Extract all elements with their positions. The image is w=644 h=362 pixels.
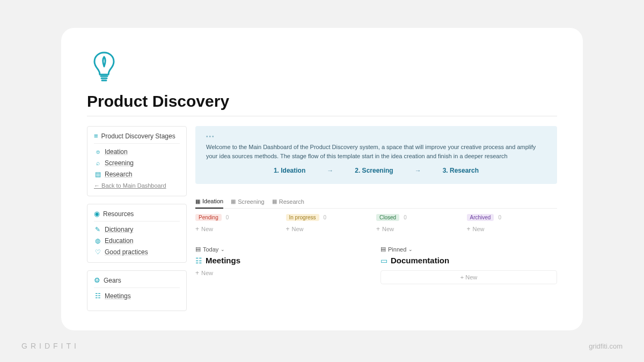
resources-icon: ◉ (94, 210, 100, 218)
new-card-button[interactable]: +New (195, 225, 286, 233)
meetings-panel: ▤ Today ⌄ ☷ Meetings +New (195, 246, 372, 284)
tab-label: Screening (238, 198, 265, 205)
search-icon: ⌕ (94, 159, 101, 167)
documentation-title[interactable]: ▭ Documentation (380, 256, 557, 265)
plus-icon: + (195, 225, 199, 233)
calendar-icon: ▤ (195, 246, 201, 253)
sidebar-item-meetings[interactable]: ☷ Meetings (94, 292, 180, 300)
count: 0 (324, 215, 327, 220)
welcome-callout: ••• Welcome to the Main Dashboard of the… (195, 126, 557, 184)
globe-icon: ◍ (94, 237, 101, 245)
doc-icon: ▭ (380, 256, 387, 265)
new-card-button[interactable]: +New (467, 225, 558, 233)
plus-icon: + (286, 225, 290, 233)
page-title: Product Discovery (87, 92, 557, 116)
stage-flow: 1. Ideation → 2. Screening → 3. Research (206, 166, 546, 175)
sidebar-item-ideation[interactable]: ⌾ Ideation (94, 148, 180, 156)
status-tag-in-progress[interactable]: In progress (286, 214, 319, 221)
board-icon: ▦ (231, 198, 236, 204)
chevron-down-icon: ⌄ (221, 247, 225, 252)
footer-brand: GRIDFITI (21, 342, 79, 350)
footer-url: gridfiti.com (589, 342, 623, 350)
heart-icon: ♡ (94, 248, 101, 256)
sidebar-item-label: Research (105, 171, 132, 178)
count: 0 (404, 215, 407, 220)
kanban-board: Pending 0 +New In progress 0 +New Closed (195, 214, 557, 233)
new-meeting-button[interactable]: +New (195, 269, 372, 277)
board-tabs: ▦ Ideation ▦ Screening ▦ Research (195, 196, 557, 209)
callout-text: Welcome to the Main Dashboard of the Pro… (206, 143, 546, 160)
sidebar-stages-title: Product Discovery Stages (101, 132, 175, 140)
plus-icon: + (467, 225, 471, 233)
sidebar-item-label: Dictionary (105, 226, 133, 233)
chat-icon: ✎ (94, 226, 101, 233)
chevron-down-icon: ⌄ (408, 247, 413, 252)
plus-icon: + (376, 225, 380, 233)
arrow-icon: → (327, 166, 333, 175)
sidebar-item-dictionary[interactable]: ✎ Dictionary (94, 226, 180, 233)
plus-icon: + (195, 269, 199, 277)
sidebar-gears-header: ⚙ Gears (94, 276, 180, 288)
count: 0 (498, 215, 501, 220)
callout-menu-icon[interactable]: ••• (206, 132, 546, 141)
sidebar-resources-title: Resources (103, 210, 134, 218)
tab-research[interactable]: ▦ Research (272, 196, 304, 208)
status-tag-closed[interactable]: Closed (376, 214, 399, 221)
app-window: Product Discovery ≡ Product Discovery St… (61, 28, 583, 330)
tab-label: Research (279, 198, 304, 205)
sidebar-item-label: Screening (105, 159, 134, 167)
sidebar-item-screening[interactable]: ⌕ Screening (94, 159, 180, 167)
board-icon: ▦ (272, 198, 277, 204)
sidebar-item-good-practices[interactable]: ♡ Good practices (94, 248, 180, 256)
meetings-icon: ☷ (195, 256, 202, 265)
view-label: Today (203, 246, 218, 253)
sidebar-gears-title: Gears (104, 277, 121, 284)
sidebar-item-research[interactable]: ▤ Research (94, 171, 180, 178)
sidebar-stages-header: ≡ Product Discovery Stages (94, 132, 180, 144)
doc-icon: ▤ (94, 171, 101, 178)
arrow-icon: → (415, 166, 421, 175)
flow-step-3: 3. Research (443, 166, 479, 175)
view-selector-today[interactable]: ▤ Today ⌄ (195, 246, 372, 253)
main-content: ••• Welcome to the Main Dashboard of the… (195, 126, 557, 311)
sidebar-stages-card: ≡ Product Discovery Stages ⌾ Ideation ⌕ … (87, 126, 187, 196)
sidebar-resources-header: ◉ Resources (94, 210, 180, 221)
tab-screening[interactable]: ▦ Screening (231, 196, 265, 208)
back-to-dashboard-link[interactable]: ← Back to Main Dashboard (94, 182, 166, 189)
board-col-archived: Archived 0 +New (467, 214, 558, 233)
sidebar-item-education[interactable]: ◍ Education (94, 237, 180, 245)
sidebar-item-label: Good practices (105, 248, 148, 256)
documentation-panel: ▤ Pinned ⌄ ▭ Documentation + New (380, 246, 557, 284)
view-selector-pinned[interactable]: ▤ Pinned ⌄ (380, 246, 557, 253)
board-col-pending: Pending 0 +New (195, 214, 286, 233)
view-label: Pinned (388, 246, 406, 253)
gear-icon: ⚙ (94, 276, 100, 284)
tab-ideation[interactable]: ▦ Ideation (195, 196, 223, 209)
pin-icon: ▤ (380, 246, 386, 253)
page-icon (87, 49, 557, 86)
sidebar: ≡ Product Discovery Stages ⌾ Ideation ⌕ … (87, 126, 187, 311)
people-icon: ☷ (94, 292, 101, 300)
sidebar-item-label: Ideation (105, 148, 128, 156)
new-card-button[interactable]: +New (376, 225, 467, 233)
new-doc-button[interactable]: + New (380, 270, 557, 284)
flow-step-2: 2. Screening (355, 166, 393, 175)
meetings-title[interactable]: ☷ Meetings (195, 256, 372, 265)
count: 0 (226, 215, 229, 220)
status-tag-pending[interactable]: Pending (195, 214, 222, 221)
board-col-in-progress: In progress 0 +New (286, 214, 377, 233)
status-tag-archived[interactable]: Archived (467, 214, 494, 221)
sidebar-gears-card: ⚙ Gears ☷ Meetings (87, 270, 187, 311)
new-card-button[interactable]: +New (286, 225, 377, 233)
sidebar-resources-card: ◉ Resources ✎ Dictionary ◍ Education ♡ G… (87, 204, 187, 263)
tab-label: Ideation (202, 198, 223, 204)
lightbulb-icon: ⌾ (94, 148, 101, 156)
flow-step-1: 1. Ideation (274, 166, 305, 175)
board-col-closed: Closed 0 +New (376, 214, 467, 233)
title-divider (87, 116, 557, 116)
sidebar-item-label: Education (105, 237, 133, 245)
list-icon: ≡ (94, 132, 98, 140)
board-icon: ▦ (195, 198, 200, 204)
sidebar-item-label: Meetings (105, 292, 131, 300)
